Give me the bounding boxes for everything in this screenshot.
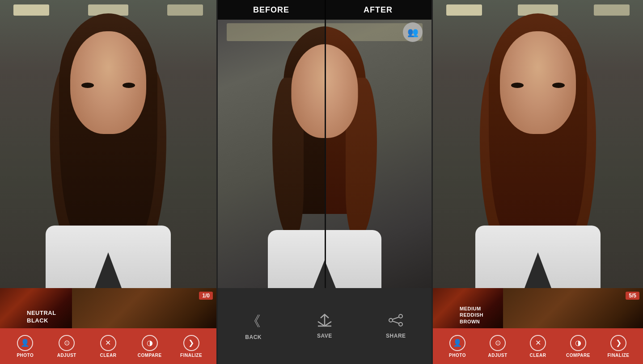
adjust-icon: ⊙ [59, 335, 75, 351]
color-swatch-medium: 1/0 [72, 288, 216, 328]
after-label: AFTER [325, 0, 431, 20]
color-label-right: MEDIUM REDDISH BROWN [460, 305, 483, 325]
color-badge: 1/0 [199, 292, 213, 300]
photo-button[interactable]: 👤 PHOTO [12, 335, 38, 358]
finalize-icon-right: ❯ [610, 335, 626, 351]
before-after-header: BEFORE AFTER [218, 0, 431, 20]
left-toolbar: 👤 PHOTO ⊙ ADJUST ✕ CLEAR ◑ COMPARE ❯ FIN… [0, 328, 216, 364]
share-icon [388, 314, 403, 330]
compare-label: COMPARE [138, 353, 162, 358]
svg-point-2 [399, 314, 402, 318]
adjust-button-right[interactable]: ⊙ ADJUST [484, 335, 511, 358]
ceiling-light-right-r [594, 4, 630, 16]
collar-right [525, 252, 551, 288]
save-icon [317, 314, 332, 330]
photo-label-right: PHOTO [449, 353, 466, 358]
ceiling-light-right [167, 4, 203, 16]
color-name-line3-r: BROWN [460, 319, 480, 324]
middle-panel: BEFORE AFTER 👥 [216, 0, 433, 364]
clear-button[interactable]: ✕ CLEAR [95, 335, 122, 358]
color-name-line2-r: REDDISH [460, 312, 483, 318]
face-right [500, 31, 576, 134]
photo-button-right[interactable]: 👤 PHOTO [444, 335, 471, 358]
finalize-label: FINALIZE [180, 353, 202, 358]
adjust-button[interactable]: ⊙ ADJUST [53, 335, 80, 358]
adjust-icon-right: ⊙ [490, 335, 506, 351]
compare-icon: ◑ [142, 335, 158, 351]
svg-point-4 [389, 318, 393, 322]
photo-label: PHOTO [17, 353, 34, 358]
save-button[interactable]: SAVE [307, 314, 343, 339]
compare-drag-handle[interactable]: 👥 [403, 22, 423, 42]
face [70, 31, 146, 134]
share-label: SHARE [386, 333, 406, 339]
color-swatch-dark: NEUTRAL BLACK [0, 288, 72, 328]
color-swatch-medium-right: 5/5 [503, 288, 643, 328]
svg-point-3 [399, 322, 402, 326]
mid-photo-area: BEFORE AFTER 👥 [218, 0, 431, 288]
color-name-line1: NEUTRAL [27, 310, 56, 316]
color-name-line2: BLACK [27, 317, 48, 324]
split-divider [325, 0, 326, 288]
clear-button-right[interactable]: ✕ CLEAR [525, 335, 551, 358]
save-label: SAVE [317, 333, 332, 339]
eye-left [81, 83, 94, 88]
finalize-button-right[interactable]: ❯ FINALIZE [605, 335, 632, 358]
color-swatch-dark-right: MEDIUM REDDISH BROWN [433, 288, 503, 328]
eye-right-r [552, 83, 565, 88]
before-label: BEFORE [218, 0, 325, 20]
back-icon: 《 [246, 312, 261, 331]
right-toolbar: 👤 PHOTO ⊙ ADJUST ✕ CLEAR ◑ COMPARE ❯ FIN… [433, 328, 643, 364]
color-name-line1-r: MEDIUM [460, 306, 481, 311]
collar [95, 252, 122, 288]
finalize-label-right: FINALIZE [608, 353, 630, 358]
back-label: BACK [245, 334, 262, 340]
photo-icon-right: 👤 [449, 335, 465, 351]
clear-label-right: CLEAR [530, 353, 546, 358]
mid-bottom-bar: 《 BACK SAVE [218, 288, 431, 364]
after-photo [325, 20, 431, 288]
color-label: NEUTRAL BLACK [27, 310, 56, 325]
right-photo-area [433, 0, 643, 288]
eye-left-r [511, 83, 524, 88]
clear-label: CLEAR [100, 353, 117, 358]
color-swatch-row: NEUTRAL BLACK 1/0 [0, 288, 216, 328]
clear-icon: ✕ [100, 335, 116, 351]
left-photo-area [0, 0, 216, 288]
eye-right [123, 83, 135, 88]
clear-icon-right: ✕ [530, 335, 546, 351]
compare-button-right[interactable]: ◑ COMPARE [565, 335, 592, 358]
left-bottom-bar: NEUTRAL BLACK 1/0 👤 PHOTO ⊙ ADJUST ✕ CLE… [0, 288, 216, 364]
ceiling-light-left-r [446, 4, 482, 16]
adjust-label: ADJUST [57, 353, 76, 358]
back-button[interactable]: 《 BACK [236, 312, 271, 340]
ceiling-light-left [13, 4, 49, 16]
share-button[interactable]: SHARE [378, 314, 414, 339]
right-bottom-bar: MEDIUM REDDISH BROWN 5/5 👤 PHOTO ⊙ ADJUS… [433, 288, 643, 364]
svg-line-6 [393, 321, 399, 323]
finalize-icon: ❯ [183, 335, 199, 351]
finalize-button[interactable]: ❯ FINALIZE [178, 335, 205, 358]
right-panel: MEDIUM REDDISH BROWN 5/5 👤 PHOTO ⊙ ADJUS… [433, 0, 643, 364]
color-badge-right: 5/5 [626, 292, 639, 300]
eyes [81, 83, 135, 88]
color-swatch-row-right: MEDIUM REDDISH BROWN 5/5 [433, 288, 643, 328]
photo-icon: 👤 [17, 335, 33, 351]
svg-line-5 [393, 317, 399, 319]
eyes-right [511, 83, 565, 88]
compare-icon-right: ◑ [570, 335, 586, 351]
left-panel: NEUTRAL BLACK 1/0 👤 PHOTO ⊙ ADJUST ✕ CLE… [0, 0, 216, 364]
compare-button[interactable]: ◑ COMPARE [136, 335, 163, 358]
before-photo [218, 20, 325, 288]
compare-label-right: COMPARE [566, 353, 590, 358]
adjust-label-right: ADJUST [488, 353, 507, 358]
